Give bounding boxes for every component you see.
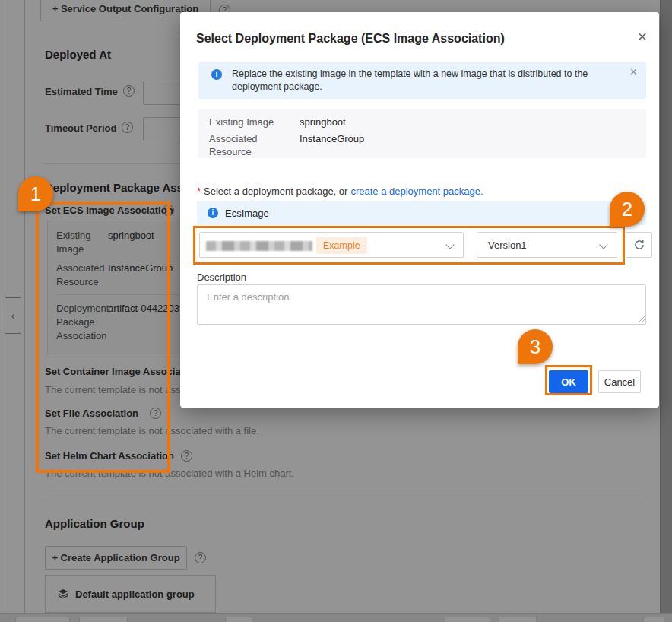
associated-resource-value: InstanceGroup (300, 132, 364, 159)
info-icon: i (211, 69, 222, 80)
info-alert: i Replace the existing image in the temp… (198, 62, 646, 99)
callout-rectangle-step1 (36, 202, 170, 473)
summary-row: Existing Image springboot (209, 116, 636, 129)
refresh-icon (633, 239, 645, 251)
select-package-prompt: *Select a deployment package, orcreate a… (197, 186, 483, 197)
prompt-text: Select a deployment package, or (204, 186, 347, 197)
alert-message: Replace the existing image in the templa… (232, 68, 610, 94)
close-icon[interactable]: × (638, 29, 647, 44)
callout-rectangle-step3 (545, 365, 592, 395)
callout-rectangle-step2 (193, 226, 625, 265)
summary-row: Associated Resource InstanceGroup (209, 132, 636, 159)
description-field-wrap (197, 284, 646, 325)
info-icon: i (208, 208, 218, 218)
step-badge-3: 3 (518, 329, 553, 364)
existing-image-summary: Existing Image springboot Associated Res… (198, 109, 646, 158)
close-icon[interactable]: × (630, 65, 637, 79)
step-number: 3 (530, 335, 540, 359)
step-badge-1: 1 (18, 176, 53, 211)
step-badge-2: 2 (610, 192, 645, 227)
existing-image-value: springboot (300, 116, 346, 129)
select-deployment-package-dialog: Select Deployment Package (ECS Image Ass… (180, 12, 659, 408)
step-number: 2 (622, 198, 632, 221)
create-deployment-package-link[interactable]: create a deployment package. (350, 186, 483, 197)
cancel-button[interactable]: Cancel (598, 370, 641, 393)
description-input[interactable] (197, 284, 646, 325)
step-number: 1 (30, 182, 41, 206)
associated-resource-label: Associated Resource (209, 132, 289, 159)
package-type-label: EcsImage (225, 208, 269, 219)
package-type-banner: i EcsImage (197, 201, 646, 225)
description-label: Description (197, 271, 246, 283)
required-mark: * (197, 186, 201, 197)
dialog-title: Select Deployment Package (ECS Image Ass… (196, 32, 505, 46)
existing-image-label: Existing Image (209, 116, 289, 129)
screen: ‹ + Service Output Configuration ? Deplo… (0, 0, 672, 622)
refresh-button[interactable] (626, 232, 652, 258)
